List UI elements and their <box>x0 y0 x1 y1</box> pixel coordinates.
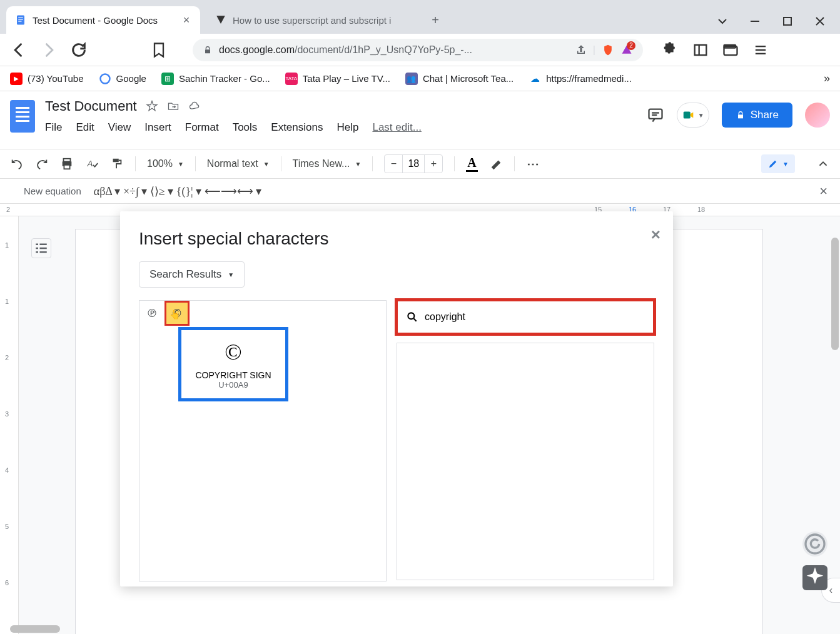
character-tooltip: © COPYRIGHT SIGN U+00A9 <box>178 327 288 401</box>
menu-edit[interactable]: Edit <box>76 121 94 134</box>
onedrive-icon: ☁ <box>529 73 541 85</box>
share-url-icon[interactable] <box>575 44 587 56</box>
tab-title: Test Document - Google Docs <box>33 15 175 26</box>
highlight-color-icon[interactable] <box>489 157 503 171</box>
print-icon[interactable] <box>60 157 74 171</box>
editing-mode-button[interactable]: ▼ <box>761 154 795 173</box>
menu-format[interactable]: Format <box>185 121 219 134</box>
tab-close-icon[interactable]: × <box>181 15 191 25</box>
svg-rect-5 <box>784 18 791 25</box>
share-button[interactable]: Share <box>722 103 792 128</box>
svg-rect-1 <box>18 18 23 18</box>
sidebar-icon[interactable] <box>692 41 709 59</box>
url-text: docs.google.com/document/d/1hP_y_UsnQ7Yo… <box>219 44 472 56</box>
font-size-increase[interactable]: + <box>425 155 442 173</box>
chevron-down-icon[interactable] <box>715 14 730 29</box>
bookmark-item[interactable]: 👥Chat | Microsoft Tea... <box>405 73 514 85</box>
dialog-close-icon[interactable]: × <box>651 225 660 244</box>
close-equation-bar-icon[interactable]: × <box>819 183 827 199</box>
wallet-icon[interactable] <box>722 41 739 59</box>
docs-toolbar: A 100% ▼ Normal text ▼ Times New... ▼ − … <box>0 149 840 179</box>
cloud-status-icon[interactable] <box>188 100 201 113</box>
move-folder-icon[interactable] <box>167 100 180 113</box>
bookmark-item[interactable]: Google <box>99 73 146 85</box>
text-color-icon[interactable]: A <box>466 156 477 172</box>
new-tab-button[interactable]: + <box>425 10 445 30</box>
style-dropdown[interactable]: Normal text ▼ <box>207 158 270 169</box>
google-icon <box>99 73 111 85</box>
bookmark-item[interactable]: TATATata Play – Live TV... <box>285 73 390 85</box>
collapse-toolbar-icon[interactable] <box>816 157 830 171</box>
menu-extensions[interactable]: Extensions <box>271 121 323 134</box>
back-button[interactable] <box>10 41 28 59</box>
menu-file[interactable]: File <box>45 121 62 134</box>
tooltip-codepoint: U+00A9 <box>186 380 280 390</box>
zoom-dropdown[interactable]: 100% ▼ <box>147 158 184 169</box>
comments-icon[interactable] <box>647 106 664 124</box>
horizontal-scrollbar[interactable] <box>10 625 60 633</box>
bookmark-item[interactable]: ☁https://framedmedi... <box>529 73 632 85</box>
last-edit-link[interactable]: Last edit... <box>372 121 421 134</box>
extensions-icon[interactable] <box>662 41 679 59</box>
menu-insert[interactable]: Insert <box>144 121 171 134</box>
tab-inactive[interactable]: How to use superscript and subscript i <box>206 6 419 34</box>
menu-view[interactable]: View <box>108 121 131 134</box>
window-controls <box>715 9 827 34</box>
menu-help[interactable]: Help <box>337 121 358 134</box>
address-bar[interactable]: docs.google.com/document/d/1hP_y_UsnQ7Yo… <box>193 39 643 61</box>
spellcheck-icon[interactable]: A <box>85 157 99 171</box>
paint-format-icon[interactable] <box>110 157 124 171</box>
minimize-icon[interactable] <box>747 14 762 29</box>
sheets-icon: ⊞ <box>161 73 174 85</box>
menu-tools[interactable]: Tools <box>233 121 258 134</box>
menu-icon[interactable] <box>752 41 769 59</box>
tab-active[interactable]: Test Document - Google Docs × <box>6 6 200 34</box>
explore-icon[interactable] <box>802 565 827 590</box>
brave-rewards-icon[interactable]: 2 <box>620 44 633 56</box>
bookmark-page-icon[interactable] <box>150 41 168 59</box>
more-tools-icon[interactable]: ⋯ <box>526 157 540 171</box>
document-outline-button[interactable] <box>31 238 51 258</box>
docs-header: Test Document File Edit View Insert Form… <box>0 91 840 149</box>
tab-title: How to use superscript and subscript i <box>233 15 410 26</box>
font-size-stepper[interactable]: − + <box>384 154 443 173</box>
character-search-box[interactable] <box>397 300 654 334</box>
star-icon[interactable] <box>146 100 158 113</box>
bookmark-item[interactable]: ⊞Sachin Tracker - Go... <box>161 73 270 85</box>
browser-tab-strip: Test Document - Google Docs × How to use… <box>0 0 840 34</box>
tooltip-glyph: © <box>186 339 280 365</box>
reload-button[interactable] <box>70 41 88 59</box>
teams-icon: 👥 <box>405 73 418 85</box>
svg-rect-15 <box>649 109 662 119</box>
font-size-decrease[interactable]: − <box>385 155 402 173</box>
docs-favicon-icon <box>15 14 26 26</box>
font-size-input[interactable] <box>402 155 425 173</box>
maximize-icon[interactable] <box>780 14 795 29</box>
special-characters-dialog: × Insert special characters Search Resul… <box>120 211 673 586</box>
character-result-item[interactable]: ℗ <box>139 301 164 326</box>
docs-logo-icon[interactable] <box>10 100 35 133</box>
draw-character-box[interactable] <box>397 343 654 580</box>
youtube-icon: ▶ <box>10 73 23 85</box>
svg-rect-19 <box>738 114 743 118</box>
redo-icon[interactable] <box>35 157 49 171</box>
grammarly-icon[interactable] <box>802 531 827 556</box>
vertical-scrollbar[interactable] <box>831 238 839 350</box>
vertical-ruler[interactable]: 1 1 2 3 4 5 6 <box>0 216 19 634</box>
brave-shield-icon[interactable] <box>602 44 614 56</box>
equation-symbols[interactable]: αβΔ ▾ ×÷∫ ▾ ⟨⟩≥ ▾ {(}¦ ▾ ⟵⟶⟷ ▾ <box>94 184 261 198</box>
new-equation-button[interactable]: New equation <box>24 186 81 196</box>
document-title[interactable]: Test Document <box>45 98 137 114</box>
menu-bar: File Edit View Insert Format Tools Exten… <box>45 121 647 134</box>
undo-icon[interactable] <box>10 157 24 171</box>
close-window-icon[interactable] <box>812 14 827 29</box>
category-filter-dropdown[interactable]: Search Results ▼ <box>139 261 245 288</box>
site-favicon-icon <box>215 14 226 26</box>
bookmark-item[interactable]: ▶(73) YouTube <box>10 73 84 85</box>
meet-button[interactable]: ▼ <box>677 103 709 128</box>
font-dropdown[interactable]: Times New... ▼ <box>293 158 362 169</box>
character-search-input[interactable] <box>425 311 645 323</box>
forward-button[interactable] <box>40 41 58 59</box>
user-avatar[interactable] <box>805 103 830 128</box>
bookmarks-overflow-icon[interactable]: » <box>824 72 830 85</box>
